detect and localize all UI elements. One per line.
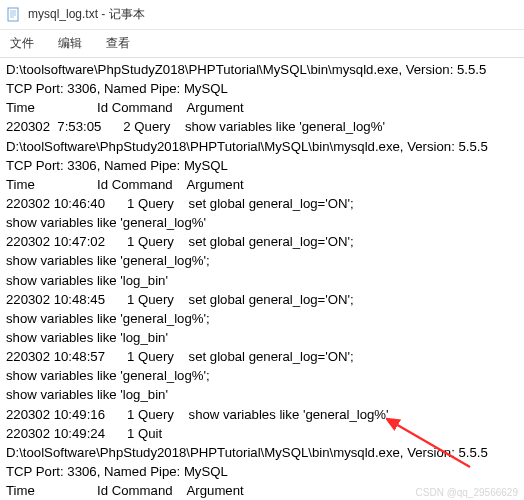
log-line: show variables like 'general_log%'	[6, 213, 518, 232]
log-line: D:\toolSoftware\PhpStudy2018\PHPTutorial…	[6, 443, 518, 462]
log-line: 220302 10:47:02 1 Query set global gener…	[6, 232, 518, 251]
log-line: 220302 10:48:45 1 Query set global gener…	[6, 290, 518, 309]
log-line: Time Id Command Argument	[6, 175, 518, 194]
log-line: 220302 10:49:16 1 Query show variables l…	[6, 405, 518, 424]
menu-edit[interactable]: 编辑	[52, 31, 88, 56]
log-line: D:\toolsoftware\PhpStudyZ018\PHPTutorial…	[6, 60, 518, 79]
menubar: 文件 编辑 查看	[0, 30, 524, 58]
log-line: show variables like 'general_log%';	[6, 366, 518, 385]
log-line: show variables like 'log_bin'	[6, 328, 518, 347]
log-line: 220302 10:48:57 1 Query set global gener…	[6, 347, 518, 366]
log-line: show variables like 'log_bin'	[6, 271, 518, 290]
menu-view[interactable]: 查看	[100, 31, 136, 56]
menu-file[interactable]: 文件	[4, 31, 40, 56]
log-line: 220302 10:49:24 1 Quit	[6, 424, 518, 443]
log-line: TCP Port: 3306, Named Pipe: MySQL	[6, 79, 518, 98]
log-line: 220302 7:53:05 2 Query show variables li…	[6, 117, 518, 136]
notepad-icon	[6, 7, 22, 23]
log-line: TCP Port: 3306, Named Pipe: MySQL	[6, 156, 518, 175]
text-content[interactable]: D:\toolsoftware\PhpStudyZ018\PHPTutorial…	[0, 58, 524, 500]
log-line: show variables like 'log_bin'	[6, 385, 518, 404]
log-line: 220302 10:46:40 1 Query set global gener…	[6, 194, 518, 213]
log-line: show variables like 'general_log%';	[6, 251, 518, 270]
titlebar-label: mysql_log.txt - 记事本	[28, 6, 145, 23]
log-line: TCP Port: 3306, Named Pipe: MySQL	[6, 462, 518, 481]
log-line: Time Id Command Argument	[6, 98, 518, 117]
watermark: CSDN @qq_29566629	[416, 487, 518, 498]
log-line: show variables like 'general_log%';	[6, 309, 518, 328]
titlebar: mysql_log.txt - 记事本	[0, 0, 524, 30]
log-line: D:\toolSoftware\PhpStudy2018\PHPTutorial…	[6, 137, 518, 156]
